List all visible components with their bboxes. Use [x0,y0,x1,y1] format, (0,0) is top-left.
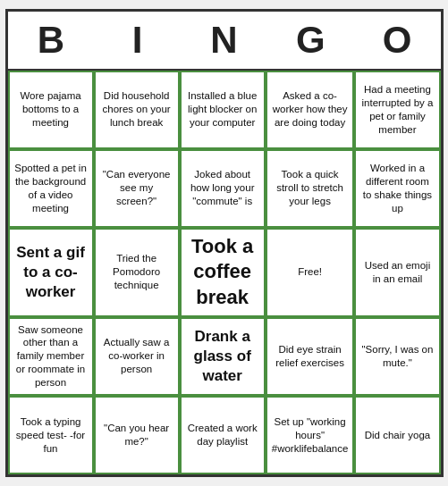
bingo-cell[interactable]: Took a quick stroll to stretch your legs [266,149,355,228]
letter-i: I [97,19,178,62]
letter-b: B [11,19,91,62]
bingo-cell[interactable]: Sent a gif to a co-worker [8,228,94,317]
bingo-cell[interactable]: Tried the Pomodoro technique [94,228,180,317]
bingo-header: B I N G O [8,12,441,69]
bingo-cell[interactable]: Did household chores on your lunch break [94,71,180,149]
bingo-cell[interactable]: Asked a co-worker how they are doing tod… [266,71,355,149]
bingo-cell[interactable]: Free! [266,228,355,317]
bingo-cell[interactable]: Spotted a pet in the background of a vid… [8,149,94,228]
bingo-cell[interactable]: Drank a glass of water [180,317,266,397]
letter-g: G [270,19,351,62]
bingo-cell[interactable]: Joked about how long your "commute" is [180,149,266,228]
bingo-cell[interactable]: Set up "working hours" #worklifebalance [266,396,355,474]
bingo-cell[interactable]: Created a work day playlist [180,396,266,474]
letter-o: O [357,19,437,62]
bingo-cell[interactable]: "Sorry, I was on mute." [354,317,440,397]
bingo-cell[interactable]: Took a coffee break [180,228,266,317]
bingo-grid: Wore pajama bottoms to a meetingDid hous… [8,69,441,474]
letter-n: N [183,19,264,62]
bingo-cell[interactable]: Did eye strain relief exercises [266,317,355,397]
bingo-cell[interactable]: "Can you hear me?" [94,396,180,474]
bingo-cell[interactable]: Had a meeting interrupted by a pet or fa… [354,71,440,149]
bingo-cell[interactable]: Wore pajama bottoms to a meeting [8,71,94,149]
bingo-cell[interactable]: Did chair yoga [354,396,440,474]
bingo-cell[interactable]: Saw someone other than a family member o… [8,317,94,397]
bingo-cell[interactable]: Used an emoji in an email [354,228,440,317]
bingo-cell[interactable]: Actually saw a co-worker in person [94,317,180,397]
bingo-cell[interactable]: Worked in a different room to shake thin… [354,149,440,228]
bingo-cell[interactable]: Took a typing speed test- -for fun [8,396,94,474]
bingo-cell[interactable]: Installed a blue light blocker on your c… [180,71,266,149]
bingo-card: B I N G O Wore pajama bottoms to a meeti… [5,9,444,477]
bingo-cell[interactable]: "Can everyone see my screen?" [94,149,180,228]
